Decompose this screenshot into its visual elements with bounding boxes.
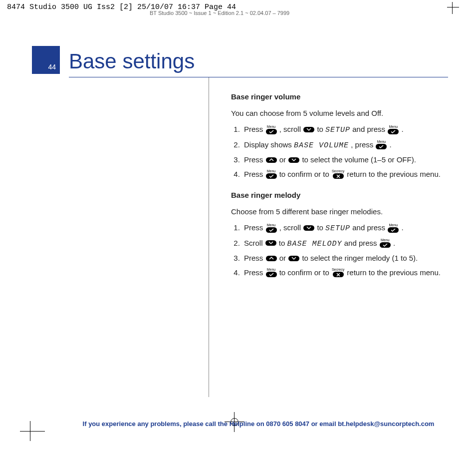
- lcd-setup: SETUP: [325, 126, 350, 134]
- secrecy-x-icon: Secrecy: [332, 169, 344, 179]
- menu-check-icon: Menu: [266, 125, 277, 134]
- section2-step3: Press or to select the ringer melody (1 …: [242, 253, 441, 264]
- up-icon: [266, 157, 277, 163]
- section2-step1: Press Menu , scroll to SETUP and press M…: [242, 222, 441, 235]
- lcd-setup: SETUP: [325, 224, 350, 233]
- down-check-icon: [303, 225, 314, 231]
- section1-steps: Press Menu , scroll to SETUP and press M…: [231, 124, 441, 180]
- menu-check-icon: Menu: [266, 268, 277, 277]
- helpline-footer: If you experience any problems, please c…: [69, 420, 448, 428]
- secrecy-x-icon: Secrecy: [332, 268, 344, 277]
- page-number-box: 44: [32, 46, 60, 74]
- menu-check-icon: Menu: [388, 125, 399, 134]
- section2-steps: Press Menu , scroll to SETUP and press M…: [231, 222, 441, 278]
- menu-check-icon: Menu: [376, 140, 387, 149]
- section1-step4: Press Menu to confirm or to Secrecy retu…: [242, 169, 441, 180]
- print-slug-line-2: BT Studio 3500 ~ Issue 1 ~ Edition 2.1 ~…: [150, 10, 289, 16]
- up-icon: [266, 256, 277, 261]
- menu-check-icon: Menu: [266, 169, 277, 179]
- section1-step2: Display shows BASE VOLUME , press Menu .: [242, 139, 441, 152]
- menu-check-icon: Menu: [380, 238, 391, 248]
- section1-intro: You can choose from 5 volume levels and …: [231, 108, 441, 119]
- section1-step1: Press Menu , scroll to SETUP and press M…: [242, 124, 441, 136]
- lcd-base-melody: BASE MELODY: [287, 240, 342, 248]
- down-check-icon: [288, 256, 299, 261]
- lcd-base-volume: BASE VOLUME: [294, 141, 349, 150]
- section2-intro: Choose from 5 different base ringer melo…: [231, 206, 441, 218]
- down-check-icon: [265, 240, 276, 246]
- section2-step2: Scroll to BASE MELODY and press Menu .: [242, 238, 441, 250]
- menu-check-icon: Menu: [388, 223, 399, 233]
- menu-check-icon: Menu: [266, 223, 277, 233]
- page-title: Base settings: [69, 51, 195, 72]
- section2-title: Base ringer melody: [231, 190, 441, 201]
- down-check-icon: [288, 157, 299, 163]
- section2-step4: Press Menu to confirm or to Secrecy retu…: [242, 267, 441, 279]
- section1-step3: Press or to select the volume (1–5 or OF…: [242, 154, 441, 166]
- down-check-icon: [303, 127, 314, 132]
- section1-title: Base ringer volume: [231, 91, 441, 103]
